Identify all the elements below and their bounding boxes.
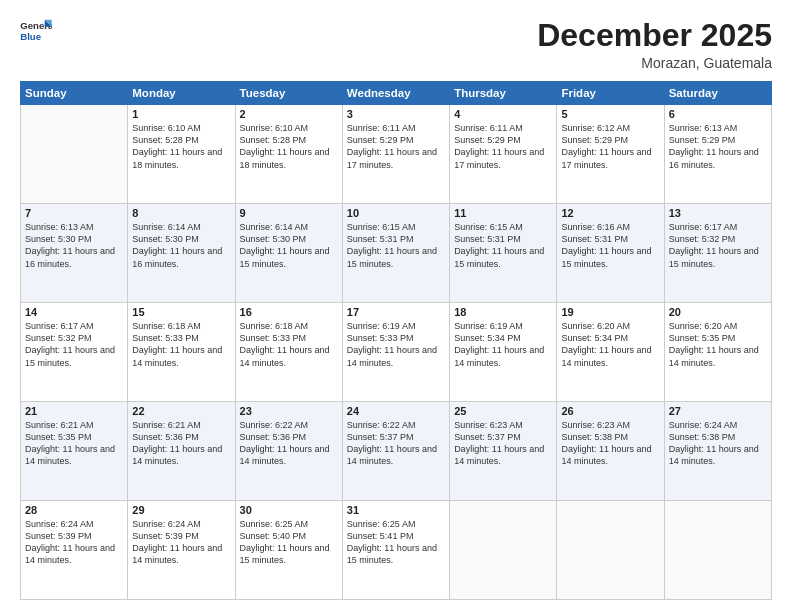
- day-info: Sunrise: 6:17 AMSunset: 5:32 PMDaylight:…: [669, 221, 767, 270]
- day-number: 27: [669, 405, 767, 417]
- day-number: 26: [561, 405, 659, 417]
- header: General Blue December 2025 Morazan, Guat…: [20, 18, 772, 71]
- col-header-friday: Friday: [557, 82, 664, 105]
- day-info: Sunrise: 6:14 AMSunset: 5:30 PMDaylight:…: [132, 221, 230, 270]
- day-cell: 29Sunrise: 6:24 AMSunset: 5:39 PMDayligh…: [128, 501, 235, 600]
- day-cell: [557, 501, 664, 600]
- day-number: 30: [240, 504, 338, 516]
- day-number: 17: [347, 306, 445, 318]
- day-info: Sunrise: 6:15 AMSunset: 5:31 PMDaylight:…: [454, 221, 552, 270]
- day-cell: 14Sunrise: 6:17 AMSunset: 5:32 PMDayligh…: [21, 303, 128, 402]
- day-number: 16: [240, 306, 338, 318]
- day-info: Sunrise: 6:11 AMSunset: 5:29 PMDaylight:…: [454, 122, 552, 171]
- day-info: Sunrise: 6:16 AMSunset: 5:31 PMDaylight:…: [561, 221, 659, 270]
- day-cell: 11Sunrise: 6:15 AMSunset: 5:31 PMDayligh…: [450, 204, 557, 303]
- col-header-monday: Monday: [128, 82, 235, 105]
- day-number: 1: [132, 108, 230, 120]
- day-info: Sunrise: 6:17 AMSunset: 5:32 PMDaylight:…: [25, 320, 123, 369]
- day-number: 31: [347, 504, 445, 516]
- day-info: Sunrise: 6:24 AMSunset: 5:39 PMDaylight:…: [25, 518, 123, 567]
- week-row-1: 1Sunrise: 6:10 AMSunset: 5:28 PMDaylight…: [21, 105, 772, 204]
- day-info: Sunrise: 6:13 AMSunset: 5:30 PMDaylight:…: [25, 221, 123, 270]
- day-cell: 2Sunrise: 6:10 AMSunset: 5:28 PMDaylight…: [235, 105, 342, 204]
- week-row-3: 14Sunrise: 6:17 AMSunset: 5:32 PMDayligh…: [21, 303, 772, 402]
- day-number: 15: [132, 306, 230, 318]
- day-number: 2: [240, 108, 338, 120]
- day-info: Sunrise: 6:22 AMSunset: 5:36 PMDaylight:…: [240, 419, 338, 468]
- day-number: 20: [669, 306, 767, 318]
- location: Morazan, Guatemala: [537, 55, 772, 71]
- day-info: Sunrise: 6:12 AMSunset: 5:29 PMDaylight:…: [561, 122, 659, 171]
- day-cell: 3Sunrise: 6:11 AMSunset: 5:29 PMDaylight…: [342, 105, 449, 204]
- day-info: Sunrise: 6:20 AMSunset: 5:35 PMDaylight:…: [669, 320, 767, 369]
- week-row-4: 21Sunrise: 6:21 AMSunset: 5:35 PMDayligh…: [21, 402, 772, 501]
- col-header-sunday: Sunday: [21, 82, 128, 105]
- day-number: 29: [132, 504, 230, 516]
- day-cell: [21, 105, 128, 204]
- day-cell: 7Sunrise: 6:13 AMSunset: 5:30 PMDaylight…: [21, 204, 128, 303]
- day-number: 14: [25, 306, 123, 318]
- day-number: 5: [561, 108, 659, 120]
- day-cell: 4Sunrise: 6:11 AMSunset: 5:29 PMDaylight…: [450, 105, 557, 204]
- day-cell: 18Sunrise: 6:19 AMSunset: 5:34 PMDayligh…: [450, 303, 557, 402]
- day-info: Sunrise: 6:10 AMSunset: 5:28 PMDaylight:…: [132, 122, 230, 171]
- day-number: 11: [454, 207, 552, 219]
- day-cell: 28Sunrise: 6:24 AMSunset: 5:39 PMDayligh…: [21, 501, 128, 600]
- day-info: Sunrise: 6:23 AMSunset: 5:37 PMDaylight:…: [454, 419, 552, 468]
- svg-text:Blue: Blue: [20, 31, 41, 42]
- day-cell: 23Sunrise: 6:22 AMSunset: 5:36 PMDayligh…: [235, 402, 342, 501]
- day-cell: 1Sunrise: 6:10 AMSunset: 5:28 PMDaylight…: [128, 105, 235, 204]
- day-number: 6: [669, 108, 767, 120]
- calendar-table: SundayMondayTuesdayWednesdayThursdayFrid…: [20, 81, 772, 600]
- day-info: Sunrise: 6:23 AMSunset: 5:38 PMDaylight:…: [561, 419, 659, 468]
- day-cell: 10Sunrise: 6:15 AMSunset: 5:31 PMDayligh…: [342, 204, 449, 303]
- day-info: Sunrise: 6:13 AMSunset: 5:29 PMDaylight:…: [669, 122, 767, 171]
- day-cell: 24Sunrise: 6:22 AMSunset: 5:37 PMDayligh…: [342, 402, 449, 501]
- col-header-wednesday: Wednesday: [342, 82, 449, 105]
- day-cell: 31Sunrise: 6:25 AMSunset: 5:41 PMDayligh…: [342, 501, 449, 600]
- page: General Blue December 2025 Morazan, Guat…: [0, 0, 792, 612]
- day-cell: 15Sunrise: 6:18 AMSunset: 5:33 PMDayligh…: [128, 303, 235, 402]
- day-cell: [450, 501, 557, 600]
- day-number: 23: [240, 405, 338, 417]
- col-header-saturday: Saturday: [664, 82, 771, 105]
- day-cell: 19Sunrise: 6:20 AMSunset: 5:34 PMDayligh…: [557, 303, 664, 402]
- day-cell: 27Sunrise: 6:24 AMSunset: 5:38 PMDayligh…: [664, 402, 771, 501]
- day-number: 9: [240, 207, 338, 219]
- day-number: 4: [454, 108, 552, 120]
- day-number: 13: [669, 207, 767, 219]
- day-number: 18: [454, 306, 552, 318]
- day-cell: 13Sunrise: 6:17 AMSunset: 5:32 PMDayligh…: [664, 204, 771, 303]
- day-info: Sunrise: 6:14 AMSunset: 5:30 PMDaylight:…: [240, 221, 338, 270]
- day-info: Sunrise: 6:15 AMSunset: 5:31 PMDaylight:…: [347, 221, 445, 270]
- day-cell: 20Sunrise: 6:20 AMSunset: 5:35 PMDayligh…: [664, 303, 771, 402]
- day-info: Sunrise: 6:10 AMSunset: 5:28 PMDaylight:…: [240, 122, 338, 171]
- day-cell: 6Sunrise: 6:13 AMSunset: 5:29 PMDaylight…: [664, 105, 771, 204]
- day-info: Sunrise: 6:11 AMSunset: 5:29 PMDaylight:…: [347, 122, 445, 171]
- day-number: 10: [347, 207, 445, 219]
- day-cell: 17Sunrise: 6:19 AMSunset: 5:33 PMDayligh…: [342, 303, 449, 402]
- day-cell: 5Sunrise: 6:12 AMSunset: 5:29 PMDaylight…: [557, 105, 664, 204]
- day-info: Sunrise: 6:18 AMSunset: 5:33 PMDaylight:…: [132, 320, 230, 369]
- day-cell: 22Sunrise: 6:21 AMSunset: 5:36 PMDayligh…: [128, 402, 235, 501]
- day-number: 19: [561, 306, 659, 318]
- day-cell: 16Sunrise: 6:18 AMSunset: 5:33 PMDayligh…: [235, 303, 342, 402]
- day-info: Sunrise: 6:21 AMSunset: 5:36 PMDaylight:…: [132, 419, 230, 468]
- header-row: SundayMondayTuesdayWednesdayThursdayFrid…: [21, 82, 772, 105]
- day-info: Sunrise: 6:19 AMSunset: 5:34 PMDaylight:…: [454, 320, 552, 369]
- day-number: 8: [132, 207, 230, 219]
- day-cell: [664, 501, 771, 600]
- day-info: Sunrise: 6:19 AMSunset: 5:33 PMDaylight:…: [347, 320, 445, 369]
- day-number: 22: [132, 405, 230, 417]
- month-title: December 2025: [537, 18, 772, 53]
- col-header-thursday: Thursday: [450, 82, 557, 105]
- day-info: Sunrise: 6:20 AMSunset: 5:34 PMDaylight:…: [561, 320, 659, 369]
- day-number: 25: [454, 405, 552, 417]
- day-number: 21: [25, 405, 123, 417]
- week-row-2: 7Sunrise: 6:13 AMSunset: 5:30 PMDaylight…: [21, 204, 772, 303]
- day-info: Sunrise: 6:25 AMSunset: 5:40 PMDaylight:…: [240, 518, 338, 567]
- day-cell: 9Sunrise: 6:14 AMSunset: 5:30 PMDaylight…: [235, 204, 342, 303]
- day-number: 3: [347, 108, 445, 120]
- day-cell: 26Sunrise: 6:23 AMSunset: 5:38 PMDayligh…: [557, 402, 664, 501]
- day-number: 12: [561, 207, 659, 219]
